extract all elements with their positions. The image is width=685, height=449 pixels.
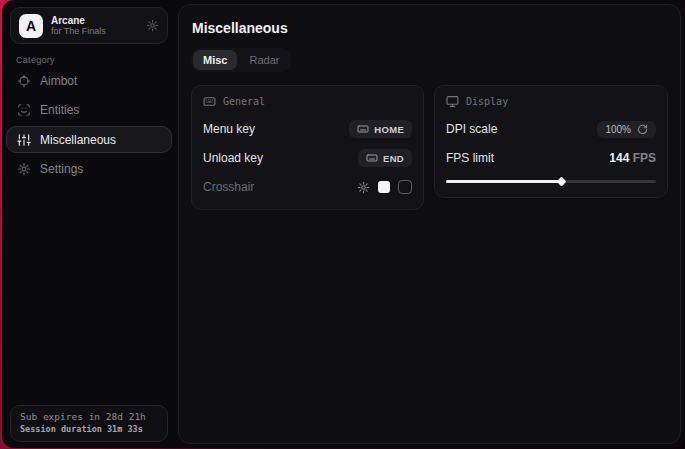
general-card-title: General [223,96,265,107]
refresh-icon[interactable] [637,124,648,135]
dpi-scale-value: 100% [605,124,631,135]
sidebar-item-label: Settings [40,162,83,176]
tab-bar: Misc Radar [191,48,291,72]
gear-icon[interactable] [146,19,159,32]
gear-icon [17,162,31,176]
keyboard-icon [366,152,378,164]
unload-key-label: Unload key [203,151,263,165]
sidebar-item-label: Aimbot [40,74,77,88]
sidebar-item-label: Entities [40,103,79,117]
scan-face-icon [17,103,31,117]
sidebar-item-settings[interactable]: Settings [6,156,172,182]
sidebar-item-entities[interactable]: Entities [6,97,172,123]
menu-key-value: HOME [374,124,404,135]
crosshair-checkbox[interactable] [398,180,412,194]
fps-number: 144 [609,151,629,165]
user-card: A Arcane for The Finals [10,7,168,44]
menu-key-row: Menu key HOME [203,118,412,140]
fps-unit: FPS [629,151,656,165]
dpi-scale-control[interactable]: 100% [597,121,656,138]
gear-icon[interactable] [357,181,370,194]
app-logo: A [19,14,43,38]
general-card: General Menu key HOME Unload key [191,85,424,210]
main-panel: Miscellaneous Misc Radar General [178,4,681,444]
monitor-icon [446,95,459,108]
dpi-scale-label: DPI scale [446,122,497,136]
keyboard-icon [203,95,216,108]
sub-expires-text: Sub expires in 28d 21h [20,411,158,422]
crosshair-label: Crosshair [203,180,254,194]
sidebar-item-miscellaneous[interactable]: Miscellaneous [6,126,172,153]
dpi-scale-row: DPI scale 100% [446,118,656,140]
sidebar-nav: Aimbot Entities [6,68,172,185]
display-card-header: Display [446,95,656,108]
unload-key-row: Unload key END [203,147,412,169]
unload-key-value: END [383,153,404,164]
app-subtitle: for The Finals [51,26,138,36]
cards-row: General Menu key HOME Unload key [191,85,668,210]
crosshair-icon [17,74,31,88]
display-card: Display DPI scale 100% [434,85,668,198]
sidebar-item-aimbot[interactable]: Aimbot [6,68,172,94]
slider-fill [446,180,561,183]
keyboard-icon [357,123,369,135]
menu-key-button[interactable]: HOME [349,120,412,138]
crosshair-row: Crosshair [203,176,412,198]
sidebar-item-label: Miscellaneous [40,133,116,147]
fps-limit-value: 144 FPS [609,151,656,165]
crosshair-color-swatch[interactable] [378,181,390,193]
app-name: Arcane [51,15,138,27]
category-label: Category [16,55,55,65]
tab-radar[interactable]: Radar [239,50,289,70]
fps-limit-label: FPS limit [446,151,494,165]
slider-thumb[interactable] [556,176,566,186]
fps-limit-row: FPS limit 144 FPS [446,147,656,169]
app-window: A Arcane for The Finals Category [2,0,685,448]
general-card-header: General [203,95,412,108]
tab-misc[interactable]: Misc [193,50,237,70]
user-meta: Arcane for The Finals [51,15,138,37]
fps-limit-slider[interactable] [446,176,656,186]
sidebar: A Arcane for The Finals Category [2,0,176,448]
sliders-icon [17,133,31,147]
menu-key-label: Menu key [203,122,255,136]
session-duration-text: Session duration 31m 33s [20,424,158,434]
crosshair-controls [357,180,412,194]
display-card-title: Display [466,96,508,107]
unload-key-button[interactable]: END [358,149,412,167]
subscription-info: Sub expires in 28d 21h Session duration … [10,405,168,442]
page-title: Miscellaneous [192,20,668,36]
